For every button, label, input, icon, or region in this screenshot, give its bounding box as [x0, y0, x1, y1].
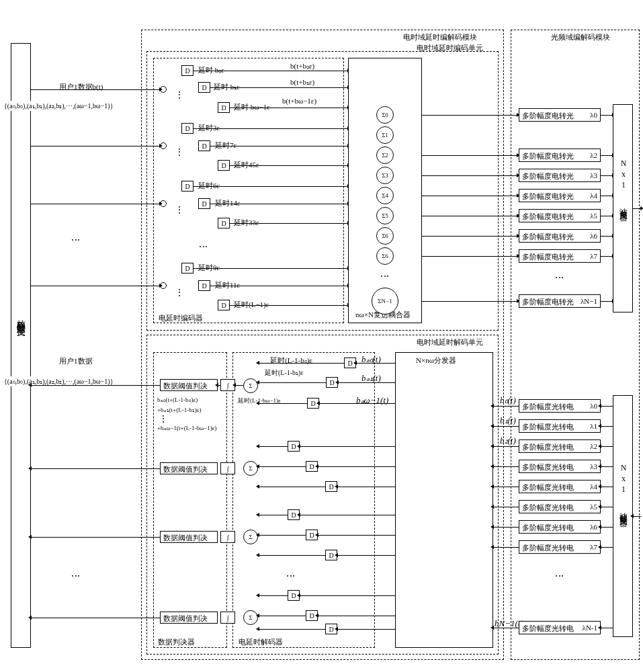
lam6: λ6: [590, 232, 597, 240]
e2o-label: 多阶幅度电转光: [522, 297, 574, 307]
distributor-label: N×nω分发器: [416, 355, 456, 366]
hline: [493, 527, 519, 528]
d-box: D: [198, 82, 210, 93]
threshold-n: 数据阈值判决: [160, 612, 218, 624]
lam7: λ7: [590, 252, 597, 260]
threshold-label: 数据阈值判决: [163, 381, 208, 391]
elec-delay-decoder-label: 电延时解码器: [239, 637, 283, 647]
hline: [259, 363, 344, 364]
expr-dots: ⋮: [159, 418, 168, 421]
hline: [300, 446, 395, 447]
hline: [601, 466, 613, 467]
hline: [31, 89, 160, 90]
o2e-label: 多阶幅度光转电: [522, 543, 574, 553]
bt-b0: b(t+b₀ε): [290, 62, 314, 71]
hline: [601, 196, 613, 196]
sum-node: Σ: [243, 530, 258, 544]
sigma-6b: Σ6: [376, 247, 394, 265]
hline: [210, 286, 348, 286]
hline: [259, 382, 326, 383]
hline: [601, 507, 613, 507]
e2o-label: 多阶幅度电转光: [522, 212, 574, 222]
threshold-3: 数据阈值判决: [160, 531, 218, 543]
dL1b0: 延时(L-1-b₀)ε: [270, 355, 312, 366]
o2e-0: 多阶幅度光转电λ0: [519, 399, 601, 413]
hline: [601, 155, 613, 156]
b2t: b₂(t): [500, 435, 516, 446]
hline: [356, 363, 395, 364]
hline: [601, 256, 613, 257]
o2e-label: 多阶幅度光转电: [522, 523, 574, 533]
o2e-5: 多阶幅度光转电λ5: [519, 500, 601, 513]
hline: [338, 382, 395, 383]
d-box: D: [181, 123, 194, 134]
e2o-4: 多阶幅度电转光λ4: [519, 189, 601, 202]
hline: [194, 71, 348, 71]
hline: [337, 487, 395, 487]
int-icon: ∫: [220, 531, 235, 543]
hline: [601, 115, 613, 116]
bt-b1: b(t+b₁ε): [290, 78, 314, 87]
wddm-label: Nx1 波分解复用器: [617, 463, 629, 514]
sigma-1: Σ1: [376, 126, 394, 144]
hline: [230, 165, 348, 166]
olam3: λ3: [590, 462, 597, 470]
olam2: λ2: [590, 442, 597, 450]
hline: [493, 466, 519, 467]
hline: [601, 487, 613, 487]
o2e-label: 多阶幅度光转电: [522, 462, 574, 472]
elec-enc-unit-label: 电时域延时编码单元: [417, 43, 483, 53]
d-box: D: [218, 160, 230, 171]
code-set-top: {(a₀,b₀),(a₁,b₁),(a₂,b₂),⋯,(aω−1,bω−1)}: [3, 101, 114, 111]
vdots-dec: ⋮: [74, 571, 77, 581]
o2e-label: 多阶幅度光转电: [522, 624, 574, 634]
hline: [210, 87, 348, 88]
hline: [601, 236, 613, 237]
vdots-enc2: ⋮: [202, 242, 205, 251]
vdots: ⋮: [175, 292, 184, 294]
sigma-2: Σ2: [376, 146, 394, 164]
hline: [259, 595, 288, 596]
hline: [230, 223, 348, 224]
baw1t: bₐω−1(t): [356, 395, 388, 406]
o2e-label: 多阶幅度光转电: [522, 442, 574, 452]
e2o-n1: 多阶幅度电转光λN−1: [519, 294, 601, 308]
vdots: ⋮: [175, 151, 184, 154]
sigma-dots: ⋮: [383, 271, 386, 281]
hline: [493, 547, 519, 548]
threshold-label: 数据阈值判决: [163, 614, 208, 624]
hline: [31, 468, 160, 469]
d-box: D: [218, 218, 230, 228]
e2o-label: 多阶幅度电转光: [522, 232, 574, 242]
user1-rx-label: 用户1数据: [59, 356, 93, 366]
d-box: D: [181, 263, 194, 274]
lamN1: λN−1: [581, 297, 597, 305]
elec-codec-module-label: 电时域延时编解码模块: [403, 32, 477, 42]
d-box: D: [198, 140, 210, 151]
hline: [601, 628, 613, 628]
olam5: λ5: [590, 503, 597, 511]
wddm-in: [633, 516, 641, 517]
e2o-label: 多阶幅度电转光: [522, 171, 574, 181]
sigma-0: Σ0: [376, 106, 394, 124]
wdm-label: Nx1 波分复用器: [617, 159, 629, 208]
wdm: Nx1 波分复用器: [613, 104, 633, 312]
lam2: λ2: [590, 151, 597, 159]
hline: [259, 446, 288, 447]
hline: [194, 186, 348, 187]
hline: [318, 466, 395, 467]
hline: [259, 629, 325, 630]
hline: [259, 403, 307, 404]
hline: [422, 216, 517, 216]
hline: [493, 446, 519, 447]
elec-dec-unit-label: 电时域延时解码单元: [417, 337, 483, 347]
hline: [493, 628, 519, 628]
o2e-n1: 多阶幅度光转电λN-1: [519, 621, 601, 634]
o2e-3: 多阶幅度光转电λ3: [519, 460, 601, 473]
threshold-2: 数据阈值判决: [160, 462, 218, 474]
threshold-label: 数据阈值判决: [163, 533, 208, 543]
opt-codec-module-label: 光频域编解码模块: [551, 32, 610, 42]
olam0: λ0: [590, 402, 597, 410]
hline: [31, 146, 160, 146]
hline: [300, 515, 395, 515]
